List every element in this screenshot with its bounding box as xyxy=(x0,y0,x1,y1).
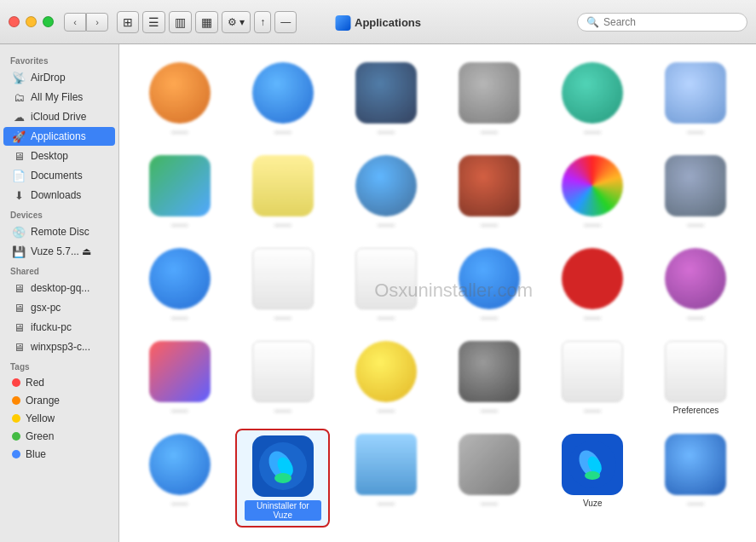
list-item[interactable]: Preferences xyxy=(649,336,743,420)
shared-icon: 🖥 xyxy=(12,281,26,295)
forward-button[interactable]: › xyxy=(86,13,108,32)
sidebar-item-gsx-pc[interactable]: 🖥 gsx-pc xyxy=(3,298,115,317)
list-item[interactable]: —— xyxy=(235,243,330,327)
list-item[interactable]: —— xyxy=(132,429,227,528)
view-list-button[interactable]: ☰ xyxy=(142,11,165,33)
app-icon xyxy=(459,434,520,495)
list-item[interactable]: —— xyxy=(649,150,743,234)
sidebar-item-label: Documents xyxy=(31,170,83,182)
list-item[interactable]: —— xyxy=(545,243,640,327)
sidebar-item-airdrop[interactable]: 📡 AirDrop xyxy=(3,68,115,87)
app-label: —— xyxy=(481,220,498,229)
search-input[interactable] xyxy=(603,16,738,28)
sidebar-item-tag-green[interactable]: Green xyxy=(3,428,115,445)
remote-disc-icon: 💿 xyxy=(12,225,26,239)
arrange-button[interactable]: ⚙ ▾ xyxy=(222,11,251,33)
sidebar-item-vuze-drive[interactable]: 💾 Vuze 5.7... ⏏ xyxy=(3,242,115,261)
list-item[interactable]: —— xyxy=(441,429,536,528)
list-item[interactable]: —— xyxy=(235,150,330,234)
desktop-icon: 🖥 xyxy=(12,149,26,163)
view-coverflow-button[interactable]: ▦ xyxy=(195,11,218,33)
list-item[interactable]: —— xyxy=(441,150,536,234)
list-item[interactable]: —— xyxy=(441,243,536,327)
list-item[interactable]: —— xyxy=(338,243,433,327)
app-icon xyxy=(665,434,726,495)
sidebar-item-tag-blue[interactable]: Blue xyxy=(3,446,115,463)
path-button[interactable]: — xyxy=(274,11,297,33)
app-label: —— xyxy=(378,406,395,415)
app-icon xyxy=(355,341,417,402)
list-item[interactable]: —— xyxy=(545,150,640,234)
app-icon xyxy=(149,248,211,309)
app-label: —— xyxy=(378,499,395,508)
sidebar-item-applications[interactable]: 🚀 Applications xyxy=(3,127,115,146)
app-label: —— xyxy=(687,313,704,322)
favorites-label: Favorites xyxy=(0,51,118,67)
documents-icon: 📄 xyxy=(12,169,26,182)
list-item[interactable]: —— xyxy=(338,429,433,528)
list-item[interactable]: —— xyxy=(132,150,227,234)
action-button[interactable]: ↑ xyxy=(254,11,271,33)
app-icon xyxy=(562,248,623,309)
list-item[interactable]: —— xyxy=(132,336,227,420)
close-button[interactable] xyxy=(9,16,20,27)
list-item[interactable]: —— xyxy=(545,57,640,141)
back-button[interactable]: ‹ xyxy=(64,13,86,32)
list-item[interactable]: —— xyxy=(649,429,743,528)
list-item[interactable]: —— xyxy=(132,243,227,327)
sidebar-item-desktop-gq[interactable]: 🖥 desktop-gq... xyxy=(3,279,115,297)
list-item-vuze[interactable]: Vuze xyxy=(545,429,640,528)
sidebar-item-tag-red[interactable]: Red xyxy=(3,374,115,391)
search-bar[interactable]: 🔍 xyxy=(577,13,747,32)
list-item[interactable]: —— xyxy=(441,336,536,420)
app-icon-uninstaller-vuze xyxy=(252,435,314,497)
app-label: —— xyxy=(171,220,188,229)
list-item-uninstaller-vuze[interactable]: Uninstaller for Vuze xyxy=(235,429,330,528)
list-item[interactable]: —— xyxy=(235,57,330,141)
shared-icon: 🖥 xyxy=(12,340,26,354)
maximize-button[interactable] xyxy=(43,16,54,27)
list-item[interactable]: —— xyxy=(649,243,743,327)
shared-label: Shared xyxy=(0,262,118,278)
sidebar-item-tag-yellow[interactable]: Yellow xyxy=(3,410,115,427)
list-item[interactable]: —— xyxy=(338,57,433,141)
sidebar-item-label: gsx-pc xyxy=(31,302,61,314)
list-item[interactable]: —— xyxy=(338,150,433,234)
sidebar-item-downloads[interactable]: ⬇ Downloads xyxy=(3,186,115,205)
shared-icon: 🖥 xyxy=(12,320,26,334)
app-label: —— xyxy=(171,313,188,322)
app-icon xyxy=(562,155,623,216)
sidebar-item-desktop[interactable]: 🖥 Desktop xyxy=(3,147,115,165)
app-icon xyxy=(562,341,623,402)
view-icon-button[interactable]: ⊞ xyxy=(117,11,139,33)
list-item[interactable]: —— xyxy=(649,57,743,141)
view-columns-button[interactable]: ▥ xyxy=(169,11,192,33)
sidebar-item-tag-orange[interactable]: Orange xyxy=(3,392,115,409)
app-icon xyxy=(665,155,726,216)
list-item[interactable]: —— xyxy=(441,57,536,141)
app-label: —— xyxy=(687,499,704,508)
sidebar-item-icloud-drive[interactable]: ☁ iCloud Drive xyxy=(3,107,115,126)
minimize-button[interactable] xyxy=(26,16,37,27)
list-item[interactable]: —— xyxy=(132,57,227,141)
list-item[interactable]: —— xyxy=(545,336,640,420)
list-item[interactable]: —— xyxy=(235,336,330,420)
tags-label: Tags xyxy=(0,357,118,373)
applications-icon: 🚀 xyxy=(12,130,26,143)
app-icon xyxy=(355,248,417,309)
app-label: —— xyxy=(378,127,395,136)
sidebar-item-all-my-files[interactable]: 🗂 All My Files xyxy=(3,88,115,107)
svg-point-3 xyxy=(274,473,291,483)
sidebar-item-ifucku-pc[interactable]: 🖥 ifucku-pc xyxy=(3,318,115,337)
sidebar-item-label: Green xyxy=(26,430,54,442)
app-label: —— xyxy=(481,127,498,136)
sidebar-item-remote-disc[interactable]: 💿 Remote Disc xyxy=(3,222,115,241)
app-label: —— xyxy=(481,406,498,415)
sidebar-item-label: Desktop xyxy=(31,150,68,162)
list-item[interactable]: —— xyxy=(338,336,433,420)
sidebar-item-winxpsp3[interactable]: 🖥 winxpsp3-c... xyxy=(3,337,115,356)
sidebar-item-label: AirDrop xyxy=(31,72,66,84)
sidebar-item-label: iCloud Drive xyxy=(31,111,86,123)
app-label: —— xyxy=(687,127,704,136)
sidebar-item-documents[interactable]: 📄 Documents xyxy=(3,166,115,185)
